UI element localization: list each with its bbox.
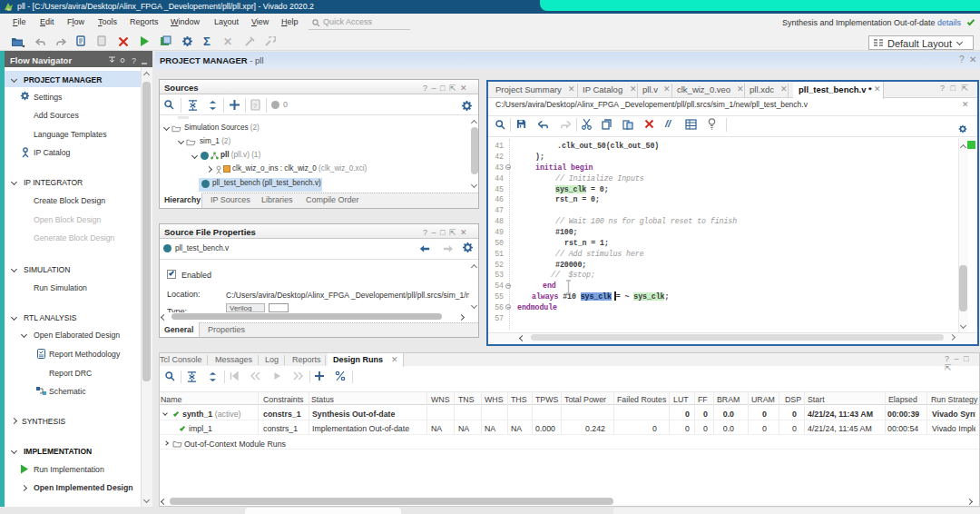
svg-text:?: ?	[253, 103, 257, 109]
svg-text:?: ?	[132, 56, 136, 64]
